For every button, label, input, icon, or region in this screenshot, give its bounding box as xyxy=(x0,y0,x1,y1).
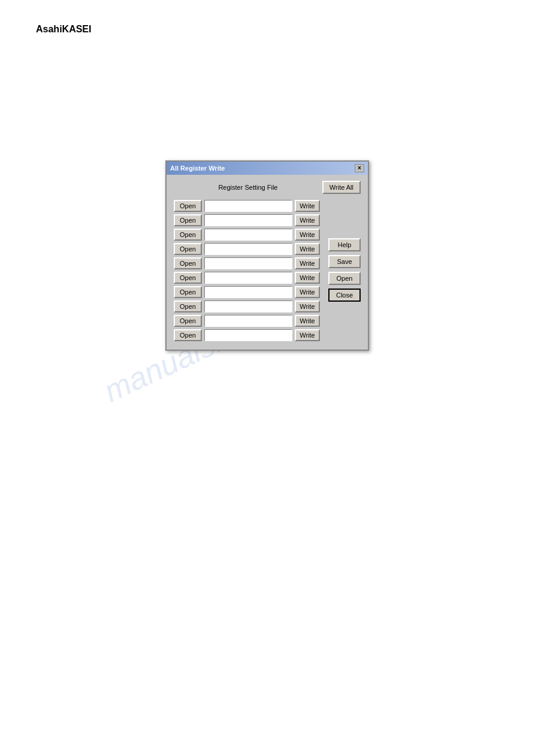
file-input-1[interactable] xyxy=(204,200,292,212)
open-button-4[interactable]: Open xyxy=(174,243,202,255)
file-row: Open Write xyxy=(174,329,320,341)
dialog-header-row: Register Setting File Write All xyxy=(174,181,361,194)
file-input-4[interactable] xyxy=(204,243,292,255)
write-button-2[interactable]: Write xyxy=(295,214,320,226)
file-row: Open Write xyxy=(174,257,320,269)
open-button-3[interactable]: Open xyxy=(174,229,202,241)
file-row: Open Write xyxy=(174,286,320,298)
file-input-2[interactable] xyxy=(204,214,292,226)
file-row: Open Write xyxy=(174,214,320,226)
open-button-10[interactable]: Open xyxy=(174,329,202,341)
all-register-write-dialog: All Register Write × Register Setting Fi… xyxy=(165,160,369,351)
write-button-7[interactable]: Write xyxy=(295,286,320,298)
file-input-9[interactable] xyxy=(204,315,292,327)
write-button-10[interactable]: Write xyxy=(295,329,320,341)
open-button-1[interactable]: Open xyxy=(174,200,202,212)
write-all-button[interactable]: Write All xyxy=(322,181,361,194)
dialog-body: Register Setting File Write All Open Wri… xyxy=(167,175,368,350)
file-row: Open Write xyxy=(174,272,320,284)
write-button-8[interactable]: Write xyxy=(295,300,320,312)
side-buttons: Help Save Open Close xyxy=(328,200,361,302)
file-input-8[interactable] xyxy=(204,300,292,312)
write-button-4[interactable]: Write xyxy=(295,243,320,255)
open-button-6[interactable]: Open xyxy=(174,272,202,284)
file-row: Open Write xyxy=(174,243,320,255)
file-rows-area: Open Write Open Write Open Write xyxy=(174,200,320,344)
open-side-button[interactable]: Open xyxy=(328,272,361,285)
logo-suffix: KASEI xyxy=(62,24,92,34)
file-input-6[interactable] xyxy=(204,272,292,284)
logo: AsahiKASEI xyxy=(36,24,91,35)
dialog-titlebar: All Register Write × xyxy=(167,162,368,175)
content-area: Open Write Open Write Open Write xyxy=(174,200,361,344)
file-input-3[interactable] xyxy=(204,229,292,241)
save-button[interactable]: Save xyxy=(328,255,361,268)
file-row: Open Write xyxy=(174,200,320,212)
file-row: Open Write xyxy=(174,315,320,327)
file-input-7[interactable] xyxy=(204,286,292,298)
open-button-8[interactable]: Open xyxy=(174,300,202,312)
write-button-6[interactable]: Write xyxy=(295,272,320,284)
write-button-1[interactable]: Write xyxy=(295,200,320,212)
help-button[interactable]: Help xyxy=(328,238,361,251)
dialog-close-button[interactable]: × xyxy=(355,164,364,172)
logo-prefix: Asahi xyxy=(36,24,62,34)
dialog-title: All Register Write xyxy=(170,165,225,172)
open-button-7[interactable]: Open xyxy=(174,286,202,298)
file-row: Open Write xyxy=(174,229,320,241)
write-button-3[interactable]: Write xyxy=(295,229,320,241)
write-button-5[interactable]: Write xyxy=(295,257,320,269)
write-button-9[interactable]: Write xyxy=(295,315,320,327)
open-button-5[interactable]: Open xyxy=(174,257,202,269)
file-input-10[interactable] xyxy=(204,329,292,341)
file-input-5[interactable] xyxy=(204,257,292,269)
open-button-2[interactable]: Open xyxy=(174,214,202,226)
file-row: Open Write xyxy=(174,300,320,312)
close-button[interactable]: Close xyxy=(328,289,361,302)
dialog-overlay: All Register Write × Register Setting Fi… xyxy=(165,160,369,351)
register-setting-file-label: Register Setting File xyxy=(174,184,322,191)
open-button-9[interactable]: Open xyxy=(174,315,202,327)
